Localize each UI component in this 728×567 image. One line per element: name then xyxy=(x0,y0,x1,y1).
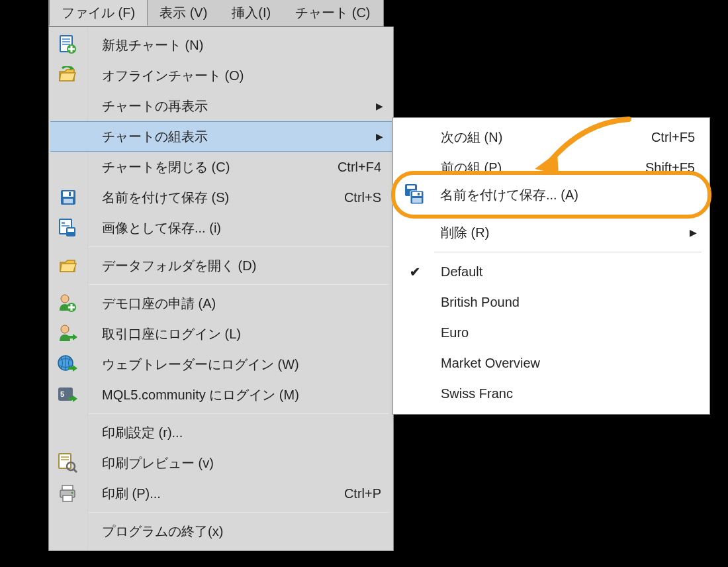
submenu-profile-market-overview[interactable]: Market Overview xyxy=(397,348,705,378)
menuitem-label: 次の組 (N) xyxy=(433,129,651,146)
menuitem-label: MQL5.community にログイン (M) xyxy=(86,386,387,404)
menuitem-label: チャートの再表示 xyxy=(86,97,372,115)
doc-plus-icon xyxy=(50,35,86,55)
menuitem-open-data-folder[interactable]: データフォルダを開く (D) xyxy=(50,250,392,281)
person-arrow-icon xyxy=(50,324,86,344)
menuitem-save-image[interactable]: 画像として保存... (i) xyxy=(50,213,392,243)
menuitem-shortcut: Ctrl+F5 xyxy=(651,130,700,145)
menuitem-webtrader-login[interactable]: ウェブトレーダーにログイン (W) xyxy=(50,349,392,380)
menuitem-label: British Pound xyxy=(433,295,700,310)
menuitem-trade-account-login[interactable]: 取引口座にログイン (L) xyxy=(50,319,392,349)
menuitem-offline-chart[interactable]: オフラインチャート (O) xyxy=(50,60,392,91)
menu-separator xyxy=(89,246,389,247)
menuitem-shortcut: Ctrl+F4 xyxy=(338,160,387,175)
menubar-item-chart[interactable]: チャート (C) xyxy=(283,0,383,26)
menuitem-label: ウェブトレーダーにログイン (W) xyxy=(86,356,387,374)
menuitem-label: プログラムの終了(x) xyxy=(86,523,387,541)
menuitem-label: チャートの組表示 xyxy=(86,128,372,146)
chevron-right-icon: ▶ xyxy=(372,101,387,111)
submenu-next-profile[interactable]: 次の組 (N) Ctrl+F5 xyxy=(397,122,705,152)
menuitem-label: オフラインチャート (O) xyxy=(86,67,387,85)
person-plus-icon xyxy=(50,293,86,313)
menu-separator xyxy=(89,413,389,414)
menuitem-label: 新規チャート (N) xyxy=(86,36,387,54)
menu-separator xyxy=(434,252,702,252)
check-icon: ✔ xyxy=(397,264,433,280)
menuitem-close-chart[interactable]: チャートを閉じる (C) Ctrl+F4 xyxy=(50,152,392,182)
menu-separator xyxy=(89,512,389,513)
menuitem-label: データフォルダを開く (D) xyxy=(86,257,387,275)
menuitem-print[interactable]: 印刷 (P)... Ctrl+P xyxy=(50,478,392,509)
chevron-right-icon: ▶ xyxy=(686,227,700,238)
menuitem-demo-account[interactable]: デモ口座の申請 (A) xyxy=(50,288,392,319)
menuitem-print-setup[interactable]: 印刷設定 (r)... xyxy=(50,417,392,448)
menuitem-chart-profiles[interactable]: チャートの組表示 ▶ xyxy=(50,121,392,152)
file-menu: 新規チャート (N) オフラインチャート (O) チャートの再表示 ▶ チャート… xyxy=(48,26,394,551)
menuitem-label: 印刷 (P)... xyxy=(86,485,344,503)
submenu-profile-euro[interactable]: Euro xyxy=(397,317,705,348)
menuitem-label: Euro xyxy=(433,325,700,340)
menuitem-label: Default xyxy=(433,264,700,280)
printer-icon xyxy=(50,484,86,503)
mql5-badge-icon xyxy=(50,386,86,404)
menuitem-label: デモ口座の申請 (A) xyxy=(86,295,387,313)
submenu-profile-swiss-franc[interactable]: Swiss Franc xyxy=(397,378,705,409)
menuitem-new-chart[interactable]: 新規チャート (N) xyxy=(50,30,392,60)
menuitem-shortcut: Ctrl+S xyxy=(344,190,387,205)
menubar-item-view[interactable]: 表示 (V) xyxy=(148,0,220,26)
chevron-right-icon: ▶ xyxy=(372,131,387,142)
menuitem-label: 削除 (R) xyxy=(433,224,686,242)
floppy-dual-icon xyxy=(395,183,436,206)
menubar: ファイル (F) 表示 (V) 挿入(I) チャート (C) xyxy=(48,0,384,26)
menu-separator xyxy=(89,284,389,285)
menuitem-mql5-login[interactable]: MQL5.community にログイン (M) xyxy=(50,380,392,410)
submenu-profile-default[interactable]: ✔ Default xyxy=(397,256,705,287)
chart-profiles-submenu: 次の組 (N) Ctrl+F5 前の組 (P) Shift+F5 削除 (R) … xyxy=(392,117,710,415)
menuitem-chart-redisplay[interactable]: チャートの再表示 ▶ xyxy=(50,91,392,121)
floppy-icon xyxy=(50,189,86,206)
menuitem-label: チャートを閉じる (C) xyxy=(86,158,338,176)
folder-open-green-icon xyxy=(50,66,86,85)
menuitem-shortcut: Ctrl+P xyxy=(344,486,387,501)
menuitem-label: 名前を付けて保存 (S) xyxy=(86,189,344,207)
doc-preview-icon xyxy=(50,453,86,473)
menuitem-label: Market Overview xyxy=(433,356,700,371)
menuitem-label: Swiss Franc xyxy=(433,386,700,401)
menubar-item-file[interactable]: ファイル (F) xyxy=(49,0,148,26)
submenu-profile-gbp[interactable]: British Pound xyxy=(397,287,705,317)
floppy-image-icon xyxy=(50,218,86,238)
menuitem-exit[interactable]: プログラムの終了(x) xyxy=(50,516,392,546)
menubar-item-insert[interactable]: 挿入(I) xyxy=(220,0,283,26)
globe-arrow-icon xyxy=(50,355,86,374)
menuitem-save-as[interactable]: 名前を付けて保存 (S) Ctrl+S xyxy=(50,182,392,213)
menuitem-label: 画像として保存... (i) xyxy=(86,219,387,237)
menuitem-label: 印刷設定 (r)... xyxy=(86,424,387,442)
menuitem-label: 印刷プレビュー (v) xyxy=(86,454,387,472)
menuitem-label: 名前を付けて保存... (A) xyxy=(436,186,707,204)
menuitem-label: 取引口座にログイン (L) xyxy=(86,325,387,343)
menuitem-print-preview[interactable]: 印刷プレビュー (v) xyxy=(50,448,392,478)
folder-open-icon xyxy=(50,257,86,274)
annotation-callout-save-as[interactable]: 名前を付けて保存... (A) xyxy=(391,171,711,219)
submenu-delete[interactable]: 削除 (R) ▶ xyxy=(397,217,705,248)
